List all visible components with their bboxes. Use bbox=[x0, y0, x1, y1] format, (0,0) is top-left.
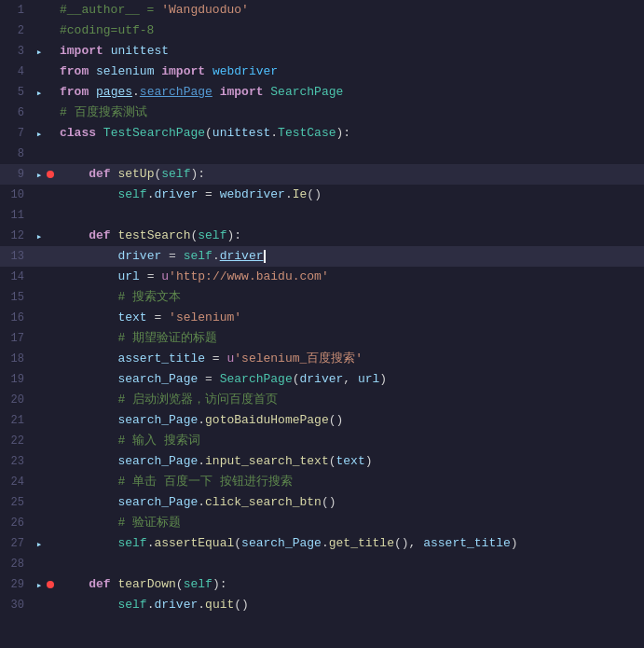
code-line: 16 text = 'selenium' bbox=[0, 308, 644, 328]
code-line: 22 # 输入 搜索词 bbox=[0, 431, 644, 451]
code-content: # 验证标题 bbox=[56, 513, 644, 533]
line-number: 19 bbox=[0, 373, 34, 386]
code-content: # 启动浏览器，访问百度首页 bbox=[56, 390, 644, 410]
code-lines: 1 #__author__ = 'Wangduoduo' 2 #coding=u… bbox=[0, 0, 644, 648]
fold-indicator: ▸ bbox=[34, 579, 45, 591]
code-line: 8 bbox=[0, 144, 644, 164]
line-number: 17 bbox=[0, 332, 34, 345]
line-number: 12 bbox=[0, 229, 34, 242]
line-number: 20 bbox=[0, 393, 34, 407]
code-line: 5 ▸ from pages.searchPage import SearchP… bbox=[0, 82, 644, 103]
line-number: 25 bbox=[0, 496, 34, 509]
code-line: 7 ▸ class TestSearchPage(unittest.TestCa… bbox=[0, 123, 644, 144]
fold-indicator: ▸ bbox=[34, 169, 45, 181]
breakpoint-dot bbox=[47, 581, 54, 588]
code-line: 12 ▸ def testSearch(self): bbox=[0, 226, 644, 246]
code-line: 28 bbox=[0, 554, 644, 574]
code-line: 6 # 百度搜索测试 bbox=[0, 103, 644, 123]
code-content: def setUp(self): bbox=[56, 164, 644, 185]
code-line: 13 driver = self.driver bbox=[0, 246, 644, 267]
line-number: 13 bbox=[0, 250, 34, 263]
line-number: 22 bbox=[0, 434, 34, 448]
line-number: 1 bbox=[0, 4, 34, 17]
code-content: def tearDown(self): bbox=[56, 574, 644, 595]
line-number: 27 bbox=[0, 537, 34, 550]
line-number: 26 bbox=[0, 517, 34, 530]
line-number: 5 bbox=[0, 86, 34, 99]
code-content: self.assertEqual(search_Page.get_title()… bbox=[56, 533, 644, 554]
code-line: 14 url = u'http://www.baidu.com' bbox=[0, 267, 644, 287]
dot-indicator bbox=[45, 581, 56, 588]
code-content: search_Page.gotoBaiduHomePage() bbox=[56, 410, 644, 431]
fold-indicator: ▸ bbox=[34, 46, 45, 58]
line-number: 9 bbox=[0, 168, 34, 181]
breakpoint-dot bbox=[47, 171, 54, 178]
code-content: from selenium import webdriver bbox=[56, 62, 644, 82]
code-line: 23 search_Page.input_search_text(text) bbox=[0, 451, 644, 472]
fold-indicator: ▸ bbox=[34, 230, 45, 242]
code-line: 25 search_Page.click_search_btn() bbox=[0, 492, 644, 513]
code-line: 30 self.driver.quit() bbox=[0, 595, 644, 615]
code-content: url = u'http://www.baidu.com' bbox=[56, 267, 644, 287]
code-line: 24 # 单击 百度一下 按钮进行搜索 bbox=[0, 472, 644, 492]
code-content: self.driver.quit() bbox=[56, 595, 644, 615]
code-content: driver = self.driver bbox=[56, 246, 644, 267]
line-number: 23 bbox=[0, 455, 34, 468]
code-content: # 百度搜索测试 bbox=[56, 103, 644, 123]
code-line: 9 ▸ def setUp(self): bbox=[0, 164, 644, 185]
code-content: import unittest bbox=[56, 41, 644, 62]
line-number: 18 bbox=[0, 352, 34, 365]
code-line: 11 bbox=[0, 205, 644, 226]
line-number: 24 bbox=[0, 476, 34, 489]
line-number: 4 bbox=[0, 65, 34, 78]
code-line: 2 #coding=utf-8 bbox=[0, 21, 644, 41]
code-line: 26 # 验证标题 bbox=[0, 513, 644, 533]
code-line: 27 ▸ self.assertEqual(search_Page.get_ti… bbox=[0, 533, 644, 554]
code-content: from pages.searchPage import SearchPage bbox=[56, 82, 644, 103]
code-content: search_Page.click_search_btn() bbox=[56, 492, 644, 513]
code-line: 15 # 搜索文本 bbox=[0, 287, 644, 308]
code-line: 21 search_Page.gotoBaiduHomePage() bbox=[0, 410, 644, 431]
line-number: 2 bbox=[0, 24, 34, 37]
code-content: # 搜索文本 bbox=[56, 287, 644, 308]
code-line: 3 ▸ import unittest bbox=[0, 41, 644, 62]
code-content: # 输入 搜索词 bbox=[56, 431, 644, 451]
line-number: 3 bbox=[0, 45, 34, 58]
line-number: 7 bbox=[0, 127, 34, 140]
line-number: 15 bbox=[0, 291, 34, 304]
line-number: 14 bbox=[0, 270, 34, 283]
code-content: self.driver = webdriver.Ie() bbox=[56, 185, 644, 205]
code-line: 17 # 期望验证的标题 bbox=[0, 328, 644, 349]
code-editor: 1 #__author__ = 'Wangduoduo' 2 #coding=u… bbox=[0, 0, 644, 648]
code-content: class TestSearchPage(unittest.TestCase): bbox=[56, 123, 644, 144]
line-number: 30 bbox=[0, 599, 34, 612]
line-number: 28 bbox=[0, 558, 34, 571]
code-content: #__author__ = 'Wangduoduo' bbox=[56, 0, 644, 21]
dot-indicator bbox=[45, 171, 56, 178]
code-content: search_Page = SearchPage(driver, url) bbox=[56, 369, 644, 390]
cursor bbox=[264, 250, 266, 263]
line-number: 8 bbox=[0, 147, 34, 160]
line-number: 21 bbox=[0, 414, 34, 427]
code-content: search_Page.input_search_text(text) bbox=[56, 451, 644, 472]
code-line: 1 #__author__ = 'Wangduoduo' bbox=[0, 0, 644, 21]
code-line: 4 from selenium import webdriver bbox=[0, 62, 644, 82]
code-line: 10 self.driver = webdriver.Ie() bbox=[0, 185, 644, 205]
line-number: 11 bbox=[0, 209, 34, 222]
code-content: assert_title = u'selenium_百度搜索' bbox=[56, 349, 644, 369]
line-number: 6 bbox=[0, 106, 34, 119]
code-line: 19 search_Page = SearchPage(driver, url) bbox=[0, 369, 644, 390]
code-content: # 期望验证的标题 bbox=[56, 328, 644, 349]
line-number: 29 bbox=[0, 578, 34, 591]
code-content: # 单击 百度一下 按钮进行搜索 bbox=[56, 472, 644, 492]
fold-indicator: ▸ bbox=[34, 87, 45, 99]
code-line: 20 # 启动浏览器，访问百度首页 bbox=[0, 390, 644, 410]
fold-indicator: ▸ bbox=[34, 538, 45, 550]
fold-indicator: ▸ bbox=[34, 128, 45, 140]
line-number: 10 bbox=[0, 188, 34, 201]
code-content: def testSearch(self): bbox=[56, 226, 644, 246]
code-content: text = 'selenium' bbox=[56, 308, 644, 328]
code-line: 29 ▸ def tearDown(self): bbox=[0, 574, 644, 595]
code-content: #coding=utf-8 bbox=[56, 21, 644, 41]
code-line: 18 assert_title = u'selenium_百度搜索' bbox=[0, 349, 644, 369]
